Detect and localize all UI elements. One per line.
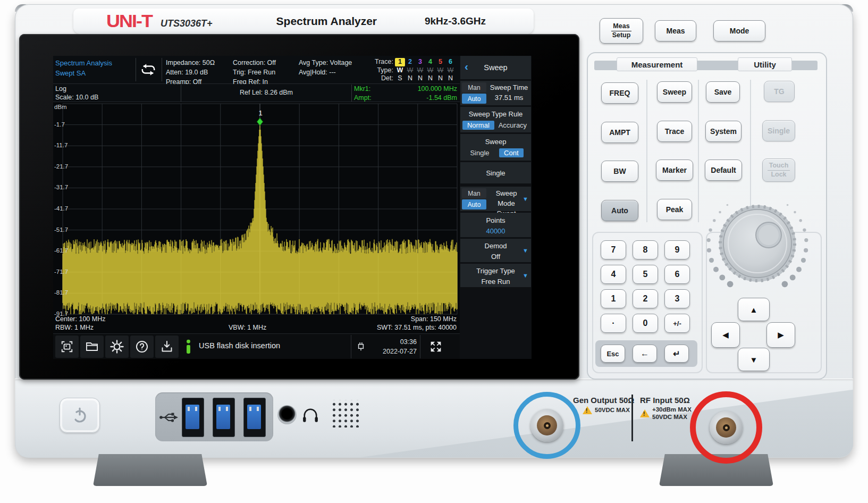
sweep-time-auto-toggle[interactable]: Auto xyxy=(462,94,486,104)
y-tick: -91.7 xyxy=(54,311,68,317)
key-decimal[interactable]: · xyxy=(601,314,626,333)
settings-icon[interactable] xyxy=(105,336,129,358)
folder-icon[interactable] xyxy=(80,336,104,358)
menu-item-sweep-mode-toggle[interactable]: Sweep Single Cont xyxy=(460,134,531,161)
freq-button[interactable]: FREQ xyxy=(601,82,638,104)
sweep-mode-auto-toggle[interactable]: Auto xyxy=(462,199,486,209)
y-axis-unit: dBm xyxy=(54,104,67,110)
key-7[interactable]: 7 xyxy=(601,240,626,259)
y-tick: -1.7 xyxy=(54,121,65,128)
status-bar: Spectrum Analysis Swept SA Impedance: 50… xyxy=(53,56,460,84)
rf-input-label-block: RF Input 50Ω ! +30dBm MAX50VDC MAX xyxy=(640,396,692,421)
sweep-single-option[interactable]: Single xyxy=(468,148,491,157)
key-plus-minus[interactable]: +/- xyxy=(664,314,690,333)
enter-button[interactable]: ↵ xyxy=(664,345,689,363)
trace-table[interactable]: Trace: 1 2 3 4 5 6 Type: W W W W W W Det… xyxy=(370,58,458,83)
section-label-measurement: Measurement xyxy=(617,57,697,71)
menu-item-points[interactable]: Points 40000 xyxy=(460,213,531,237)
vbw-value[interactable]: VBW: 1 MHz xyxy=(229,324,266,331)
rf-input-connector xyxy=(690,391,762,464)
marker-number: 1 xyxy=(258,109,262,117)
backspace-button[interactable]: ← xyxy=(633,345,657,363)
key-2[interactable]: 2 xyxy=(633,289,658,308)
swt-value[interactable]: SWT: 37.51 ms, pts: 40000 xyxy=(377,324,457,331)
fullscreen-arrows-icon[interactable] xyxy=(424,336,448,358)
key-0[interactable]: 0 xyxy=(633,314,658,333)
trace-3: 3 xyxy=(415,58,425,66)
menu-item-single[interactable]: Single xyxy=(460,162,531,183)
y-tick: -21.7 xyxy=(54,163,68,170)
key-1[interactable]: 1 xyxy=(601,289,626,308)
sweep-button[interactable]: Sweep xyxy=(657,81,692,103)
esc-button[interactable]: Esc xyxy=(601,345,625,363)
rotary-knob[interactable] xyxy=(699,185,816,302)
save-icon[interactable] xyxy=(155,336,179,358)
menu-item-trigger-type[interactable]: Trigger Type Free Run ▼ xyxy=(460,264,531,287)
continuous-sweep-icon xyxy=(138,62,158,77)
meas-setup-button[interactable]: MeasSetup xyxy=(600,18,643,44)
usb-port-2 xyxy=(213,398,235,437)
system-button[interactable]: System xyxy=(705,121,741,142)
type-rule-accuracy[interactable]: Accuracy xyxy=(496,121,529,130)
spectrum-plot[interactable]: 1 xyxy=(53,102,460,316)
key-8[interactable]: 8 xyxy=(633,240,658,259)
rbw-value[interactable]: RBW: 1 MHz xyxy=(55,324,94,331)
y-tick: -81.7 xyxy=(54,289,68,296)
back-chevron-icon[interactable]: ‹ xyxy=(465,60,468,73)
key-5[interactable]: 5 xyxy=(633,265,658,284)
help-icon[interactable] xyxy=(130,336,154,358)
key-4[interactable]: 4 xyxy=(601,265,626,284)
span-value[interactable]: Span: 150 MHz xyxy=(411,315,457,323)
sweep-mode-man-toggle[interactable]: Man xyxy=(462,188,486,198)
measurement-mode[interactable]: Spectrum Analysis Swept SA xyxy=(55,58,135,79)
screenshot-icon[interactable] xyxy=(55,336,79,358)
device-foot-left xyxy=(93,454,207,486)
key-6[interactable]: 6 xyxy=(664,265,690,284)
touch-lock-button[interactable]: TouchLock xyxy=(762,158,795,182)
clock: 03:36 2022-07-27 xyxy=(370,338,417,356)
freq-footer: Center: 100 MHz Span: 150 MHz xyxy=(53,315,458,324)
menu-item-sweep-mode[interactable]: Man Auto Sweep Mode Swept ▼ xyxy=(460,187,531,211)
save-button[interactable]: Save xyxy=(706,81,740,103)
meas-button[interactable]: Meas xyxy=(655,20,696,41)
usb-port-3 xyxy=(243,398,266,437)
peak-button[interactable]: Peak xyxy=(657,199,692,220)
default-button[interactable]: Default xyxy=(705,160,742,181)
warning-icon: ! xyxy=(583,406,592,414)
bw-button[interactable]: BW xyxy=(601,161,638,182)
marker-readout: Mkr1:100.000 MHz Ampt:-1.54 dBm xyxy=(354,85,457,103)
menu-item-demod[interactable]: Demod Off ▼ xyxy=(460,239,531,262)
marker-diamond xyxy=(257,118,263,125)
marker-button[interactable]: Marker xyxy=(656,160,693,181)
type-rule-normal[interactable]: Normal xyxy=(462,121,494,130)
key-3[interactable]: 3 xyxy=(664,289,690,308)
menu-header[interactable]: ‹ Sweep xyxy=(460,56,531,79)
ref-level-readout[interactable]: Ref Lel: 8.26 dBm xyxy=(181,85,352,102)
key-9[interactable]: 9 xyxy=(664,240,690,259)
tg-button[interactable]: TG xyxy=(764,81,795,102)
status-col-correction: Correction: OffTrig: Free RunFreq Ref: I… xyxy=(233,58,276,87)
trace-5: 5 xyxy=(435,58,445,66)
bw-footer: RBW: 1 MHz VBW: 1 MHz SWT: 37.51 ms, pts… xyxy=(53,324,458,332)
arrow-right-button[interactable]: ▶ xyxy=(766,322,795,348)
trace-4: 4 xyxy=(425,58,435,66)
mode-line1: Spectrum Analysis xyxy=(55,58,135,69)
arrow-up-button[interactable]: ▲ xyxy=(738,298,770,321)
sweep-cont-option[interactable]: Cont xyxy=(499,148,523,157)
device-title: Spectrum Analyzer xyxy=(276,15,377,28)
menu-item-sweep-type-rule[interactable]: Sweep Type Rule Normal Accuracy xyxy=(460,107,531,132)
trace-button[interactable]: Trace xyxy=(657,121,692,142)
arrow-down-button[interactable]: ▼ xyxy=(738,348,770,371)
menu-item-sweep-time[interactable]: Man Auto Sweep Time 37.51 ms xyxy=(460,81,531,105)
mode-button[interactable]: Mode xyxy=(713,20,765,41)
scale-readout[interactable]: Log Scale: 10.0 dB xyxy=(55,85,98,102)
arrow-left-button[interactable]: ◀ xyxy=(711,322,740,348)
mode-line2: Swept SA xyxy=(55,69,135,79)
auto-button[interactable]: Auto xyxy=(601,200,638,221)
trace-6: 6 xyxy=(445,58,456,66)
single-button[interactable]: Single xyxy=(762,120,795,141)
sweep-time-man-toggle[interactable]: Man xyxy=(462,82,486,93)
ampt-button[interactable]: AMPT xyxy=(601,122,638,143)
power-button[interactable] xyxy=(60,398,100,433)
y-tick: -61.7 xyxy=(54,247,68,254)
